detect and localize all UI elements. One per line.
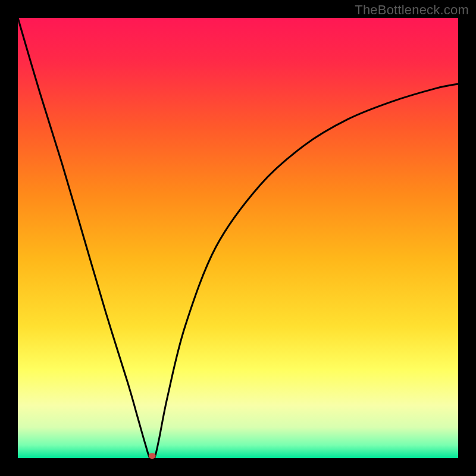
watermark-text: TheBottleneck.com	[355, 2, 469, 18]
minimum-marker	[149, 453, 156, 459]
chart-container: TheBottleneck.com	[0, 0, 476, 476]
bottleneck-chart	[0, 0, 476, 476]
